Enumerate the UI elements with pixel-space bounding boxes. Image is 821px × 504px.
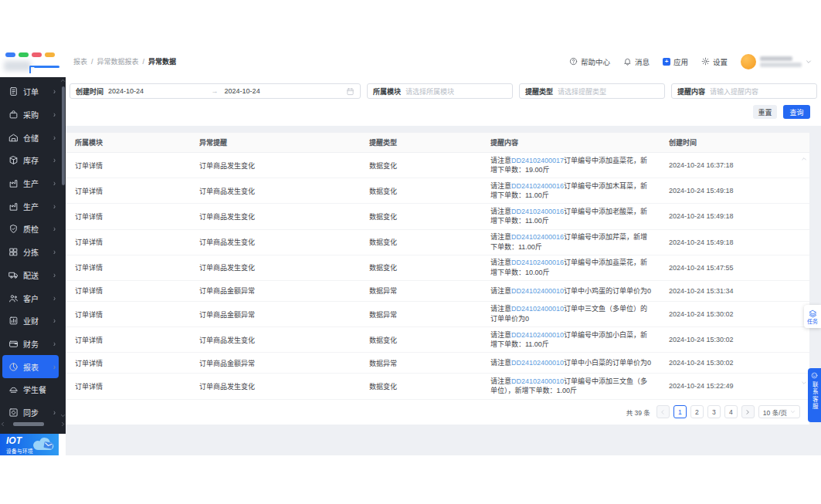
page-button-1[interactable]: 1 [673,405,687,418]
cell-content: 请注意DD24102400016订单编号中添加老酸菜，新增下单数：11.00斤 [481,207,660,226]
order-number-link[interactable]: DD24102400010 [511,305,564,313]
user-menu[interactable] [741,54,812,69]
chevron-right-icon: › [53,362,56,371]
alert-type-select[interactable]: 提醒类型 请选择提醒类型 [519,83,665,99]
breadcrumb-item[interactable]: 异常数据报表 [97,56,139,66]
sidebar-item-reports[interactable]: 报表 › [2,355,59,378]
cell-module: 订单详情 [66,286,190,296]
alert-content-input[interactable]: 提醒内容 请输入提醒内容 [671,83,817,99]
order-number-link[interactable]: DD24102400010 [511,331,564,339]
cell-content: 请注意DD24102400016订单编号中添加韭菜花，新增下单数：10.00斤 [481,258,660,277]
sidebar-item-purchase[interactable]: 采购 › [2,103,59,127]
table-header: 所属模块 异常提醒 提醒类型 提醒内容 创建时间 [66,133,809,153]
sidebar-menu: 订单 › 采购 › 仓储 › 库存 › 生产 › 生产 › 质检 › 分拣 › … [0,80,61,424]
customer-icon [8,293,19,303]
sidebar-item-warehouse[interactable]: 仓储 › [2,126,59,149]
sidebar-item-quality[interactable]: 质检 › [2,218,59,241]
cell-type: 数据变化 [360,237,481,247]
page-button-3[interactable]: 3 [707,405,721,418]
prev-page-button[interactable] [656,405,670,418]
inventory-icon [8,155,19,165]
order-number-link[interactable]: DD24102400016 [511,233,564,241]
sidebar-item-orders[interactable]: 订单 › [2,80,59,103]
search-button[interactable]: 查询 [783,105,810,119]
order-number-link[interactable]: DD24102400016 [511,208,564,215]
module-select[interactable]: 所属模块 请选择所属模块 [367,83,513,99]
settings-button[interactable]: 设置 [701,56,728,67]
sidebar-horizontal-scrollbar[interactable] [0,421,66,427]
cell-content: 请注意DD24102400016订单编号中添加木耳菜，新增下单数：11.00斤 [481,181,660,201]
date-range-picker[interactable]: 创建时间 2024-10-24 → 2024-10-24 [70,83,361,99]
order-number-link[interactable]: DD24102400016 [511,259,564,266]
table-row: 订单详情 订单商品发生变化 数据变化 请注意DD24102400017订单编号中… [66,153,809,178]
chevron-right-icon: › [53,201,56,211]
breadcrumb: 报表 / 异常数据报表 / 异常数据 [73,56,176,66]
chevron-right-icon: › [53,133,56,142]
cell-type: 数据变化 [360,161,481,171]
chevron-left-icon[interactable] [0,421,5,427]
iot-module-banner[interactable]: IOT 设备与环境 [0,434,59,455]
sidebar-scroll-down-icon[interactable] [60,413,66,418]
table-scroll-up-icon[interactable] [801,156,807,162]
chevron-right-icon: › [53,293,56,303]
meal-icon [8,384,19,394]
cell-type: 数据变化 [360,335,481,345]
page-button-2[interactable]: 2 [690,405,704,418]
page-size-select[interactable]: 10 条/页 [758,405,800,418]
chevron-right-icon: › [53,408,56,418]
task-floating-button[interactable]: 任务 [804,305,821,328]
breadcrumb-item[interactable]: 报表 [73,56,87,66]
page-button-4[interactable]: 4 [724,405,738,418]
sidebar-item-sorting[interactable]: 分拣 › [2,241,59,264]
order-number-link[interactable]: DD24102400016 [511,182,564,190]
sync-icon [8,408,19,418]
order-icon [8,86,19,96]
order-number-link[interactable]: DD24102400010 [511,287,564,295]
alert-content-placeholder: 请输入提醒内容 [710,86,758,96]
username-redacted [760,56,802,67]
chevron-right-icon: › [53,225,56,234]
cell-created-at: 2024-10-24 15:22:49 [660,382,809,390]
help-center-button[interactable]: 帮助中心 [569,56,610,67]
cell-module: 订单详情 [66,358,190,368]
messages-button[interactable]: 消息 [623,56,650,67]
table-row: 订单详情 订单商品金额异常 数据异常 请注意DD24102400010订单中三文… [66,302,809,327]
cell-content: 请注意DD24102400010订单编号中添加三文鱼（多单位），新增下单数：1.… [481,377,660,396]
cell-module: 订单详情 [66,335,190,345]
chevron-right-icon: › [53,316,56,326]
contact-service-button[interactable]: 联系客服 [808,368,821,422]
sidebar-item-customers[interactable]: 客户 › [2,286,59,310]
gear-icon [701,57,710,66]
chevron-right-icon [745,409,751,415]
cell-created-at: 2024-10-24 15:49:18 [660,212,809,220]
apps-button[interactable]: + 应用 [663,56,688,67]
filter-bar: 创建时间 2024-10-24 → 2024-10-24 所属模块 请选择所属模… [66,75,821,126]
sidebar-item-inventory[interactable]: 库存 › [2,149,59,172]
sidebar-item-finance[interactable]: 财务 › [2,333,59,356]
sidebar-item-student-meal[interactable]: 学生餐 › [2,378,59,401]
order-number-link[interactable]: DD24102400017 [511,157,564,164]
sidebar-item-production-2[interactable]: 生产 › [2,194,59,218]
reset-button[interactable]: 重置 [753,105,777,119]
cell-created-at: 2024-10-24 15:30:02 [660,310,809,318]
sidebar-scroll-up-icon[interactable] [60,78,66,83]
next-page-button[interactable] [741,405,755,418]
chevron-left-icon [660,409,666,415]
order-number-link[interactable]: DD24102400010 [511,359,564,367]
bell-icon [623,57,632,66]
cell-module: 订单详情 [66,237,190,247]
cell-content: 请注意DD24102400017订单编号中添加韭菜花，新增下单数：19.00斤 [481,156,660,175]
cell-created-at: 2024-10-24 15:49:18 [660,187,809,194]
table-scroll-down-icon[interactable] [801,380,807,386]
sidebar-vertical-scrollbar[interactable] [62,86,65,185]
cell-alert: 订单商品发生变化 [190,237,360,247]
sidebar-item-production-1[interactable]: 生产 › [2,172,59,195]
purchase-icon [8,110,19,120]
chevron-right-icon[interactable] [60,421,66,427]
sidebar-item-delivery[interactable]: 配送 › [2,264,59,287]
sidebar-item-business-finance[interactable]: 业财 › [2,310,59,333]
order-number-link[interactable]: DD24102400010 [511,377,564,385]
calendar-icon [346,87,355,96]
logo-swoosh [34,66,59,68]
sorting-icon [8,247,19,257]
